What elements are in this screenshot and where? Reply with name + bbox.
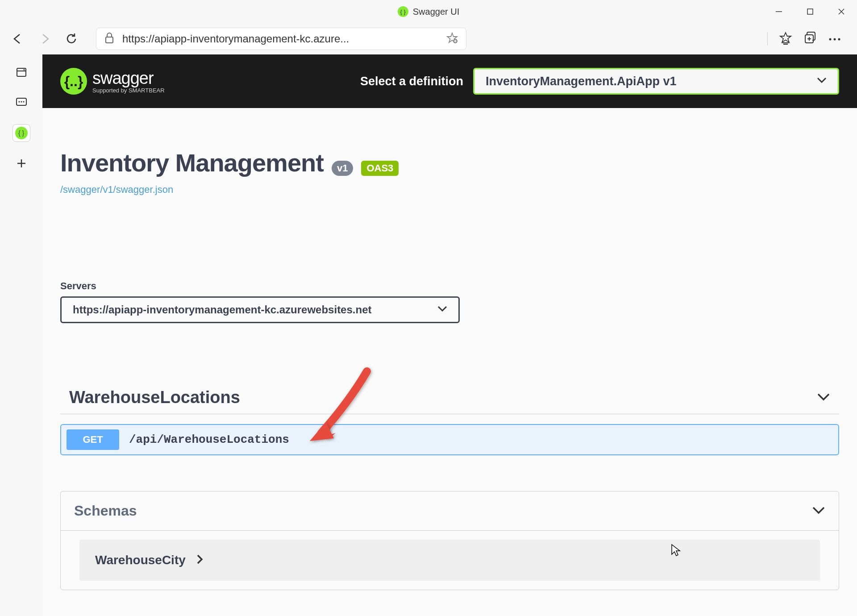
tab-actions-icon[interactable] xyxy=(12,63,30,81)
smartbear-text: Supported by SMARTBEAR xyxy=(92,87,165,94)
svg-rect-4 xyxy=(106,37,113,43)
swagger-favicon-icon: { } xyxy=(398,6,408,17)
svg-point-20 xyxy=(18,101,20,103)
schema-item-warehousecity[interactable]: WarehouseCity xyxy=(79,540,820,581)
chevron-down-icon xyxy=(437,306,447,314)
swagger-tab-icon[interactable]: { } xyxy=(12,124,30,142)
add-tab-icon[interactable] xyxy=(12,154,30,172)
chevron-down-icon xyxy=(817,77,827,85)
operation-get-warehouselocations[interactable]: GET /api/WarehouseLocations xyxy=(60,424,839,455)
tag-header[interactable]: WarehouseLocations xyxy=(60,381,839,414)
definition-select[interactable]: InventoryManagement.ApiApp v1 xyxy=(473,68,839,95)
select-definition-label: Select a definition xyxy=(360,75,463,88)
window-title: Swagger UI xyxy=(413,7,460,17)
browser-toolbar: https://apiapp-inventorymanagement-kc.az… xyxy=(0,23,857,54)
schemas-section: Schemas WarehouseCity xyxy=(60,491,839,590)
chevron-down-icon xyxy=(817,393,830,403)
svg-point-21 xyxy=(21,101,22,103)
forward-button[interactable] xyxy=(33,28,56,50)
favorite-icon[interactable] xyxy=(446,32,458,46)
chevron-down-icon xyxy=(812,506,825,516)
refresh-button[interactable] xyxy=(60,28,83,50)
http-method-badge: GET xyxy=(67,429,119,450)
lock-icon xyxy=(104,32,114,46)
oas-badge: OAS3 xyxy=(361,161,399,176)
collections-icon[interactable] xyxy=(803,31,817,46)
tag-name: WarehouseLocations xyxy=(69,388,240,407)
server-select[interactable]: https://apiapp-inventorymanagement-kc.az… xyxy=(60,296,460,323)
chevron-right-icon xyxy=(197,554,203,566)
servers-section: Servers https://apiapp-inventorymanageme… xyxy=(42,280,857,345)
url-text: https://apiapp-inventorymanagement-kc.az… xyxy=(122,33,438,45)
swagger-json-link[interactable]: /swagger/v1/swagger.json xyxy=(60,184,839,196)
chat-icon[interactable] xyxy=(12,94,30,112)
window-title-bar: { } Swagger UI xyxy=(0,0,857,23)
back-button[interactable] xyxy=(7,28,29,50)
more-icon[interactable] xyxy=(828,35,841,43)
swagger-logo: {..} swagger Supported by SMARTBEAR xyxy=(60,68,165,95)
browser-sidebar: { } xyxy=(0,54,42,616)
svg-point-15 xyxy=(838,38,840,41)
favorites-icon[interactable] xyxy=(779,31,792,46)
tag-section: WarehouseLocations GET /api/WarehouseLoc… xyxy=(42,381,857,455)
servers-label: Servers xyxy=(60,280,839,292)
api-title: Inventory Management xyxy=(60,148,324,177)
svg-rect-1 xyxy=(807,9,813,14)
swagger-word: swagger xyxy=(92,69,165,88)
schemas-title: Schemas xyxy=(74,503,137,519)
swagger-logo-icon: {..} xyxy=(60,68,87,95)
server-value: https://apiapp-inventorymanagement-kc.az… xyxy=(73,304,371,316)
schema-name: WarehouseCity xyxy=(95,553,186,567)
svg-point-13 xyxy=(829,38,832,41)
minimize-button[interactable] xyxy=(763,0,795,23)
svg-point-22 xyxy=(23,101,24,103)
svg-point-18 xyxy=(23,69,25,71)
operation-path: /api/WarehouseLocations xyxy=(129,433,289,446)
definition-value: InventoryManagement.ApiApp v1 xyxy=(486,75,677,88)
maximize-button[interactable] xyxy=(795,0,826,23)
swagger-header: {..} swagger Supported by SMARTBEAR Sele… xyxy=(42,54,857,108)
divider xyxy=(767,32,768,46)
version-badge: v1 xyxy=(332,161,353,176)
close-button[interactable] xyxy=(826,0,857,23)
schemas-header[interactable]: Schemas xyxy=(61,491,839,531)
svg-point-14 xyxy=(834,38,836,41)
swagger-content: {..} swagger Supported by SMARTBEAR Sele… xyxy=(42,54,857,616)
address-bar[interactable]: https://apiapp-inventorymanagement-kc.az… xyxy=(96,28,466,50)
api-info: Inventory Management v1 OAS3 /swagger/v1… xyxy=(42,108,857,213)
